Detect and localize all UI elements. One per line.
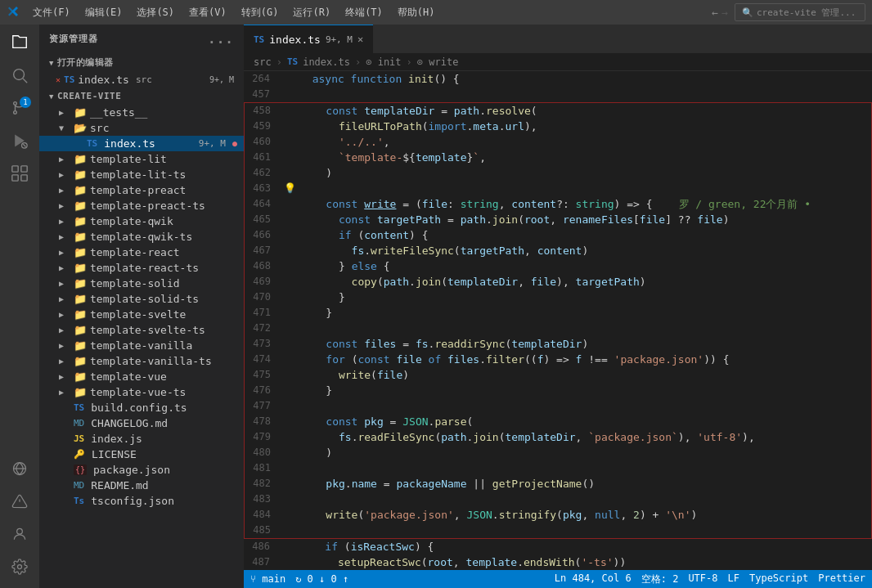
breadcrumb-write[interactable]: ⊙ write	[417, 56, 459, 68]
explorer-icon[interactable]	[5, 28, 34, 57]
folder-icon: 📁	[74, 231, 87, 243]
nav-forward-icon[interactable]: →	[721, 7, 728, 19]
breadcrumb: src › TS index.ts › ⊙ init › ⊙ write	[244, 53, 872, 71]
status-prettier[interactable]: Prettier	[818, 572, 865, 586]
status-position[interactable]: Ln 484, Col 6	[555, 572, 632, 586]
tree-item-template-svelte[interactable]: ▶ 📁 template-svelte	[39, 307, 244, 322]
tree-item-template-preact[interactable]: ▶ 📁 template-preact	[39, 182, 244, 198]
breadcrumb-sep1: ›	[276, 56, 282, 68]
tree-item-indexjs[interactable]: JS index.js	[39, 431, 244, 447]
tree-item-tsconfig[interactable]: Ts tsconfig.json	[39, 493, 244, 509]
chevron-down-icon: ▼	[49, 59, 54, 67]
search-activity-icon[interactable]	[5, 61, 34, 90]
breadcrumb-init[interactable]: ⊙ init	[366, 56, 401, 68]
close-icon[interactable]: ✕	[56, 75, 61, 84]
menu-run[interactable]: 运行(R)	[286, 4, 337, 21]
status-spaces[interactable]: 空格: 2	[641, 572, 679, 586]
md-icon: MD	[74, 418, 84, 429]
code-line-460: 460 '../..',	[245, 134, 871, 150]
status-language[interactable]: TypeScript	[749, 572, 808, 586]
code-line-471: 471 }	[245, 305, 871, 321]
tree-item-template-svelte-ts[interactable]: ▶ 📁 template-svelte-ts	[39, 322, 244, 338]
tree-item-tests[interactable]: ▶ 📁 __tests__	[39, 105, 244, 120]
tree-item-label: LICENSE	[92, 448, 137, 460]
tree-item-template-react[interactable]: ▶ 📁 template-react	[39, 245, 244, 260]
nav-back-icon[interactable]: ←	[712, 7, 718, 19]
menu-file[interactable]: 文件(F)	[26, 4, 77, 21]
accounts-icon[interactable]	[5, 519, 34, 549]
extensions-icon[interactable]	[5, 159, 34, 188]
status-encoding[interactable]: UTF-8	[688, 572, 717, 586]
tree-item-license[interactable]: 🔑 LICENSE	[39, 447, 244, 462]
vscode-icon	[7, 4, 20, 21]
menu-view[interactable]: 查看(V)	[182, 4, 233, 21]
tree-item-template-lit-ts[interactable]: ▶ 📁 template-lit-ts	[39, 167, 244, 182]
tree-item-readme[interactable]: MD README.md	[39, 478, 244, 493]
title-search[interactable]: 🔍 create-vite 管理...	[735, 3, 865, 21]
chevron-right-icon: ▶	[59, 294, 70, 303]
ts-icon: Ts	[74, 496, 84, 506]
chevron-right-icon: ▶	[59, 357, 70, 366]
menu-edit[interactable]: 编辑(E)	[79, 4, 129, 21]
chevron-right-icon: ▶	[59, 186, 70, 195]
chevron-right-icon: ▶	[59, 310, 70, 319]
tree-item-template-qwik[interactable]: ▶ 📁 template-qwik	[39, 213, 244, 229]
remote-icon[interactable]	[5, 454, 34, 483]
code-line-457: 457	[244, 87, 872, 102]
tree-item-template-preact-ts[interactable]: ▶ 📁 template-preact-ts	[39, 198, 244, 213]
editor-tab-indexts[interactable]: TS index.ts 9+, M ✕	[244, 25, 373, 53]
code-line-458: 458 const templateDir = path.resolve(	[245, 103, 871, 119]
tree-item-template-vanilla[interactable]: ▶ 📁 template-vanilla	[39, 338, 244, 353]
tree-item-template-react-ts[interactable]: ▶ 📁 template-react-ts	[39, 260, 244, 276]
tree-item-package-json[interactable]: {} package.json	[39, 462, 244, 478]
status-bar-right: Ln 484, Col 6 空格: 2 UTF-8 LF TypeScript …	[555, 572, 865, 586]
code-line-463: 463 💡	[245, 181, 871, 196]
tree-item-template-lit[interactable]: ▶ 📁 template-lit	[39, 151, 244, 167]
sidebar-more-btn[interactable]: ...	[208, 31, 234, 47]
tree-item-template-solid-ts[interactable]: ▶ 📁 template-solid-ts	[39, 291, 244, 307]
run-debug-icon[interactable]	[5, 126, 34, 155]
code-line-475: 475 write(file)	[245, 367, 871, 383]
status-sync[interactable]: ↻ 0 ↓ 0 ↑	[295, 573, 348, 585]
folder-icon: 📁	[74, 153, 87, 165]
code-line-264: 264 async function init() {	[244, 71, 872, 87]
chevron-right-icon: ▶	[59, 201, 70, 210]
project-section[interactable]: ▼ CREATE-VITE	[39, 88, 244, 105]
status-line-ending[interactable]: LF	[728, 572, 739, 586]
tree-item-changelog[interactable]: MD CHANGELOG.md	[39, 415, 244, 431]
status-branch[interactable]: ⑂ main	[250, 573, 285, 585]
menu-select[interactable]: 选择(S)	[130, 4, 181, 21]
open-editor-item[interactable]: ✕ TS index.ts src 9+, M	[39, 72, 244, 88]
menu-help[interactable]: 帮助(H)	[391, 4, 442, 21]
menu-goto[interactable]: 转到(G)	[235, 4, 285, 21]
open-editors-section[interactable]: ▼ 打开的编辑器	[39, 53, 244, 72]
tree-item-template-vue-ts[interactable]: ▶ 📁 template-vue-ts	[39, 384, 244, 400]
tree-item-label: template-solid	[90, 277, 180, 290]
tree-item-label: template-react	[90, 246, 180, 258]
tab-bar: TS index.ts 9+, M ✕	[244, 25, 872, 53]
menu-terminal[interactable]: 终端(T)	[339, 4, 389, 21]
folder-icon: 📁	[74, 370, 87, 383]
code-line-484: 484 write('package.json', JSON.stringify…	[245, 507, 871, 523]
tree-item-build-config[interactable]: TS build.config.ts	[39, 400, 244, 415]
tree-item-template-qwik-ts[interactable]: ▶ 📁 template-qwik-ts	[39, 229, 244, 245]
code-line-482: 482 pkg.name = packageName || getProject…	[245, 476, 871, 491]
tree-item-indexts[interactable]: TS index.ts 9+, M ●	[39, 136, 244, 151]
breadcrumb-src[interactable]: src	[254, 56, 272, 68]
chevron-right-icon: ▶	[59, 155, 70, 164]
settings-icon[interactable]	[5, 552, 34, 581]
tree-item-template-vanilla-ts[interactable]: ▶ 📁 template-vanilla-ts	[39, 353, 244, 369]
tree-item-src[interactable]: ▼ 📂 src	[39, 120, 244, 136]
breadcrumb-file[interactable]: index.ts	[303, 56, 350, 68]
tab-close-icon[interactable]: ✕	[357, 34, 363, 45]
svg-line-1	[23, 79, 27, 83]
source-control-icon[interactable]: 1	[5, 93, 34, 123]
folder-icon: 📁	[74, 246, 87, 258]
tree-item-template-solid[interactable]: ▶ 📁 template-solid	[39, 276, 244, 291]
code-line-465: 465 const targetPath = path.join(root, r…	[245, 212, 871, 227]
warning-icon[interactable]	[5, 487, 34, 516]
tree-item-template-vue[interactable]: ▶ 📁 template-vue	[39, 369, 244, 384]
nav-arrows: ← →	[712, 7, 728, 19]
code-editor[interactable]: 264 async function init() { 457 458 cons…	[244, 71, 872, 570]
tree-item-label: template-lit	[90, 153, 167, 165]
